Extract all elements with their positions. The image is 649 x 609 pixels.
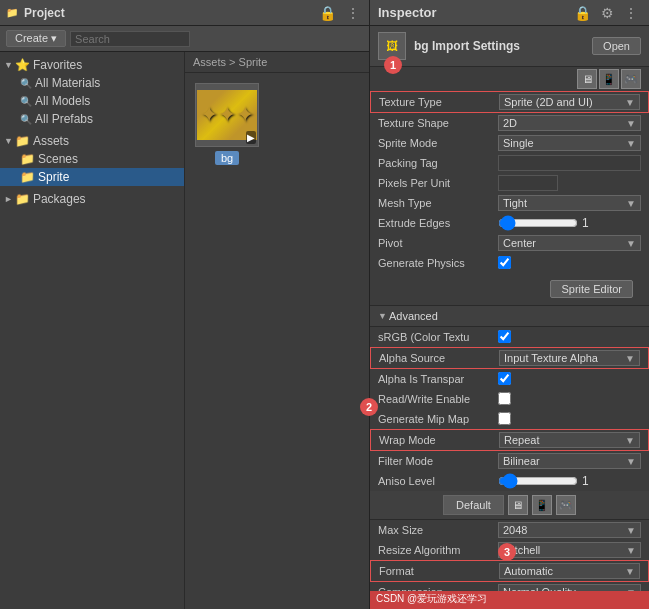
wrap-mode-value[interactable]: Repeat ▼ xyxy=(499,432,640,448)
sprite-editor-container: Sprite Editor xyxy=(370,273,649,305)
tree-item-all-models[interactable]: 🔍 All Models xyxy=(0,92,184,110)
packages-label: Packages xyxy=(33,192,86,206)
lock-icon-btn[interactable]: 🔒 xyxy=(316,4,339,22)
filter-mode-label: Filter Mode xyxy=(378,455,498,467)
arrow-icon2: ▼ xyxy=(4,136,13,146)
inspector-header: Inspector 🔒 ⚙ ⋮ xyxy=(370,0,649,26)
tree-item-sprite[interactable]: 📁 Sprite xyxy=(0,168,184,186)
aniso-level-slider[interactable] xyxy=(498,473,578,489)
watermark-bar: CSDN @爱玩游戏还学习 xyxy=(370,591,649,609)
filter-mode-value[interactable]: Bilinear ▼ xyxy=(498,453,641,469)
srgb-value xyxy=(498,330,641,345)
asset-item-bg[interactable]: ✦✦✦ ▶ bg xyxy=(195,83,259,165)
packing-tag-input[interactable] xyxy=(498,155,641,171)
texture-type-value[interactable]: Sprite (2D and UI) ▼ xyxy=(499,94,640,110)
format-value[interactable]: Automatic ▼ xyxy=(499,563,640,579)
search-input[interactable] xyxy=(70,31,190,47)
compression-value[interactable]: Normal Quality ▼ xyxy=(498,584,641,591)
gamepad-platform-icon[interactable]: 🎮 xyxy=(556,495,576,515)
tree-item-all-materials[interactable]: 🔍 All Materials xyxy=(0,74,184,92)
srgb-label: sRGB (Color Textu xyxy=(378,331,498,343)
mipmap-checkbox[interactable] xyxy=(498,412,511,425)
wrap-mode-dropdown[interactable]: Repeat ▼ xyxy=(499,432,640,448)
star-icon: ⭐ xyxy=(15,58,30,72)
monitor-icon-btn[interactable]: 🖥 xyxy=(577,69,597,89)
inspector-title: Inspector xyxy=(378,5,571,20)
srgb-checkbox[interactable] xyxy=(498,330,511,343)
annotation-2: 2 xyxy=(360,398,378,416)
favorites-label: Favorites xyxy=(33,58,82,72)
inspector-menu-btn[interactable]: ⚙ xyxy=(598,4,617,22)
tree-item-all-prefabs[interactable]: 🔍 All Prefabs xyxy=(0,110,184,128)
format-dropdown[interactable]: Automatic ▼ xyxy=(499,563,640,579)
advanced-section-header[interactable]: ▼ Advanced xyxy=(370,305,649,327)
pixels-per-unit-value[interactable]: 100 xyxy=(498,175,641,191)
packing-tag-value[interactable] xyxy=(498,155,641,171)
folder-icon2: 📁 xyxy=(20,152,35,166)
dropdown-arrow-icon2: ▼ xyxy=(626,118,636,129)
assets-breadcrumb: Assets > Sprite xyxy=(185,52,369,73)
sprite-mode-value[interactable]: Single ▼ xyxy=(498,135,641,151)
mipmap-value xyxy=(498,412,641,427)
play-icon[interactable]: ▶ xyxy=(246,131,256,144)
generate-physics-checkbox[interactable] xyxy=(498,256,511,269)
filter-mode-dropdown[interactable]: Bilinear ▼ xyxy=(498,453,641,469)
texture-shape-value[interactable]: 2D ▼ xyxy=(498,115,641,131)
mesh-type-dropdown[interactable]: Tight ▼ xyxy=(498,195,641,211)
tree-item-packages[interactable]: ► 📁 Packages xyxy=(0,190,184,208)
max-size-value[interactable]: 2048 ▼ xyxy=(498,522,641,538)
dropdown-arrow-icon9: ▼ xyxy=(626,525,636,536)
create-button[interactable]: Create ▾ xyxy=(6,30,66,47)
dropdown-arrow-icon7: ▼ xyxy=(625,435,635,446)
mobile-icon-btn[interactable]: 📱 xyxy=(599,69,619,89)
pixels-per-unit-input[interactable]: 100 xyxy=(498,175,558,191)
alpha-transparent-row: Alpha Is Transpar xyxy=(370,369,649,389)
default-platform-button[interactable]: Default xyxy=(443,495,504,515)
assets-grid: ✦✦✦ ▶ bg xyxy=(185,73,369,175)
max-size-dropdown[interactable]: 2048 ▼ xyxy=(498,522,641,538)
alpha-transparent-checkbox[interactable] xyxy=(498,372,511,385)
pixels-per-unit-row: Pixels Per Unit 100 xyxy=(370,173,649,193)
pivot-dropdown[interactable]: Center ▼ xyxy=(498,235,641,251)
texture-shape-label: Texture Shape xyxy=(378,117,498,129)
readwrite-checkbox[interactable] xyxy=(498,392,511,405)
pivot-value[interactable]: Center ▼ xyxy=(498,235,641,251)
extrude-edges-label: Extrude Edges xyxy=(378,217,498,229)
mobile-platform-icon[interactable]: 📱 xyxy=(532,495,552,515)
wrap-mode-label: Wrap Mode xyxy=(379,434,499,446)
open-button[interactable]: Open xyxy=(592,37,641,55)
texture-type-dropdown[interactable]: Sprite (2D and UI) ▼ xyxy=(499,94,640,110)
dropdown-arrow-icon6: ▼ xyxy=(625,353,635,364)
dropdown-arrow-icon11: ▼ xyxy=(625,566,635,577)
tree-panel: ▼ ⭐ Favorites 🔍 All Materials 🔍 All Mode… xyxy=(0,52,185,609)
dropdown-arrow-icon8: ▼ xyxy=(626,456,636,467)
dropdown-arrow-icon: ▼ xyxy=(625,97,635,108)
format-label: Format xyxy=(379,565,499,577)
wrap-mode-row: Wrap Mode Repeat ▼ xyxy=(370,429,649,451)
resize-algorithm-dropdown[interactable]: Mitchell ▼ xyxy=(498,542,641,558)
gamepad-icon-btn[interactable]: 🎮 xyxy=(621,69,641,89)
import-title: bg Import Settings xyxy=(414,39,592,53)
format-row: Format Automatic ▼ xyxy=(370,560,649,582)
menu-icon-btn[interactable]: ⋮ xyxy=(343,4,363,22)
tree-item-scenes[interactable]: 📁 Scenes xyxy=(0,150,184,168)
monitor-platform-icon[interactable]: 🖥 xyxy=(508,495,528,515)
compression-dropdown[interactable]: Normal Quality ▼ xyxy=(498,584,641,591)
generate-physics-row: Generate Physics xyxy=(370,253,649,273)
inspector-lock-btn[interactable]: 🔒 xyxy=(571,4,594,22)
inspector-dots-btn[interactable]: ⋮ xyxy=(621,4,641,22)
texture-shape-dropdown[interactable]: 2D ▼ xyxy=(498,115,641,131)
sprite-mode-dropdown[interactable]: Single ▼ xyxy=(498,135,641,151)
sprite-editor-button[interactable]: Sprite Editor xyxy=(550,280,633,298)
tree-item-assets[interactable]: ▼ 📁 Assets xyxy=(0,132,184,150)
resize-algorithm-value[interactable]: Mitchell ▼ xyxy=(498,542,641,558)
tree-item-favorites[interactable]: ▼ ⭐ Favorites xyxy=(0,56,184,74)
alpha-source-value[interactable]: Input Texture Alpha ▼ xyxy=(499,350,640,366)
search-icon2: 🔍 xyxy=(20,96,32,107)
project-tab-label[interactable]: Project xyxy=(24,6,65,20)
assets-panel: Assets > Sprite ✦✦✦ ▶ bg xyxy=(185,52,369,609)
alpha-source-dropdown[interactable]: Input Texture Alpha ▼ xyxy=(499,350,640,366)
mesh-type-value[interactable]: Tight ▼ xyxy=(498,195,641,211)
extrude-edges-slider[interactable] xyxy=(498,215,578,231)
alpha-transparent-value xyxy=(498,372,641,387)
